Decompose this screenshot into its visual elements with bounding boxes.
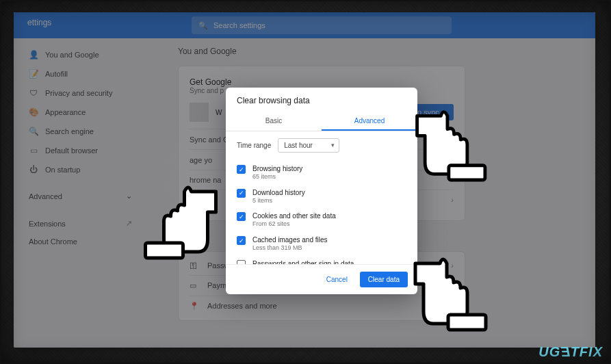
clear-options-list: ✓Browsing history65 items ✓Download hist… — [226, 159, 417, 264]
dialog-footer: Cancel Clear data — [226, 264, 417, 294]
option-passwords[interactable]: Passwords and other sign-in dataNone — [234, 256, 409, 264]
pointer-hand-icon — [127, 171, 226, 267]
tab-advanced[interactable]: Advanced — [322, 112, 417, 131]
cancel-button[interactable]: Cancel — [320, 272, 354, 287]
dialog-title: Clear browsing data — [226, 88, 417, 112]
svg-rect-1 — [146, 243, 183, 258]
option-cached-images[interactable]: ✓Cached images and filesLess than 319 MB — [234, 232, 409, 256]
tab-basic[interactable]: Basic — [226, 112, 322, 131]
checkbox-icon[interactable]: ✓ — [237, 165, 246, 174]
time-range-row: Time range Last hour — [226, 131, 417, 159]
option-cookies[interactable]: ✓Cookies and other site dataFrom 62 site… — [234, 208, 409, 232]
time-range-dropdown[interactable]: Last hour — [278, 138, 339, 153]
option-browsing-history[interactable]: ✓Browsing history65 items — [234, 161, 409, 185]
pointer-hand-icon — [404, 243, 506, 339]
svg-rect-0 — [449, 166, 485, 180]
svg-rect-2 — [448, 315, 486, 330]
option-download-history[interactable]: ✓Download history5 items — [234, 185, 409, 209]
clear-browsing-data-dialog: Clear browsing data Basic Advanced Time … — [226, 88, 417, 294]
watermark-logo: UGETFIX — [538, 344, 603, 360]
time-range-label: Time range — [237, 142, 271, 149]
clear-data-button[interactable]: Clear data — [360, 272, 408, 287]
checkbox-icon[interactable]: ✓ — [237, 212, 246, 221]
pointer-hand-icon — [409, 94, 502, 190]
checkbox-icon[interactable]: ✓ — [237, 189, 246, 198]
dialog-tabs: Basic Advanced — [226, 112, 417, 131]
checkbox-icon[interactable]: ✓ — [237, 236, 246, 245]
